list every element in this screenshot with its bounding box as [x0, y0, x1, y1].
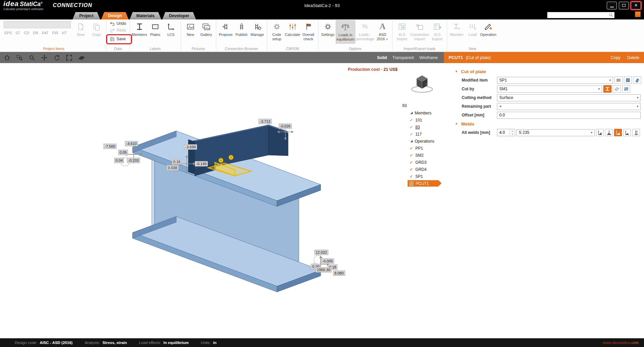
section-cut-of-plate[interactable]: ▼ Cut of plate — [444, 67, 644, 76]
close-button[interactable]: × — [631, 2, 641, 9]
search-box[interactable] — [547, 12, 614, 18]
checkbox-checked-icon[interactable]: ✓ — [410, 174, 413, 179]
cut-by-select[interactable]: SM1▼ — [497, 86, 602, 93]
tree-item-member-101[interactable]: ✓101 — [400, 116, 444, 123]
settings-button[interactable]: Settings — [320, 20, 336, 44]
checkbox-checked-icon[interactable]: ✓ — [410, 118, 413, 122]
new-operation-button[interactable]: Operation — [480, 20, 496, 44]
save-button[interactable]: Save — [108, 36, 128, 42]
search-input[interactable] — [549, 13, 609, 17]
remaining-part-select[interactable]: +▼ — [497, 103, 641, 110]
new-picture-button[interactable]: New — [183, 20, 198, 44]
xls-import-button[interactable]: XLS Import — [394, 20, 410, 44]
minimize-button[interactable] — [607, 2, 617, 9]
viewport-3d[interactable]: -3.713-0.026-7.560-4.6100.050.04-0.203-3… — [0, 63, 444, 338]
member-cut-icon-button[interactable] — [603, 85, 611, 93]
chip-dr[interactable]: DR — [33, 31, 38, 35]
members-labels-button[interactable]: Members — [132, 20, 147, 44]
propose-button[interactable]: Propose — [218, 20, 234, 44]
xls-export-button[interactable]: XLS Export — [429, 20, 445, 44]
new-member-button[interactable]: Member — [449, 20, 465, 44]
lcs-labels-button[interactable]: LCS — [163, 20, 179, 44]
code-setup-button[interactable]: Code setup — [269, 20, 285, 44]
tree-node-operations[interactable]: Operations — [400, 138, 444, 145]
loads-percentage-button[interactable]: % Loads - percentage — [355, 20, 375, 44]
tab-developer[interactable]: Developer — [162, 12, 196, 19]
tree-item-operation-grd4[interactable]: ✓GRD4 — [400, 166, 444, 173]
rotate-view-button[interactable] — [53, 54, 60, 61]
display-mode-wireframe[interactable]: Wireframe — [419, 55, 438, 60]
offset-input[interactable]: 0.0 — [497, 112, 641, 119]
loads-in-equilibrium-toggle[interactable]: Loads in equilibrium — [336, 20, 355, 44]
modified-item-select[interactable]: SP1▼ — [497, 77, 613, 84]
tree-item-member-117[interactable]: ✓117 — [400, 131, 444, 138]
steel-connection-model[interactable] — [0, 63, 444, 338]
website-link[interactable]: www.ideastatica.com — [603, 341, 639, 345]
expander-icon[interactable] — [410, 140, 413, 142]
cutting-method-select[interactable]: Surface▼ — [497, 94, 641, 101]
tree-root-item[interactable]: 93 — [400, 102, 444, 109]
collapse-triangle-icon[interactable]: ▼ — [455, 122, 458, 126]
pan-button[interactable] — [41, 54, 48, 61]
chip-fir[interactable]: FIR — [52, 31, 58, 35]
copy-project-item-button[interactable]: Copy — [89, 20, 104, 44]
spin-down-icon[interactable]: ▼ — [510, 133, 515, 136]
checkbox-checked-icon[interactable]: ✓ — [410, 153, 413, 158]
plate-side-icon-button[interactable] — [633, 77, 641, 84]
notification-badge[interactable] — [635, 11, 641, 17]
checkbox-checked-icon[interactable]: ✓ — [410, 146, 413, 151]
weld-type-both-sides-button[interactable] — [605, 129, 613, 136]
tree-item-operation-grd3[interactable]: ✓GRD3 — [400, 159, 444, 166]
navigation-cube[interactable]: 3 — [408, 72, 436, 95]
copy-operation-button[interactable]: Copy — [611, 55, 620, 60]
plate-front-icon-button[interactable] — [624, 77, 632, 84]
weld-material-select[interactable]: S 235▼ — [516, 129, 595, 136]
checkbox-checked-icon[interactable]: ✓ — [410, 132, 413, 137]
tree-item-operation-sm2[interactable]: ✓SM2 — [400, 152, 444, 159]
zoom-fit-button[interactable] — [65, 54, 73, 61]
tree-item-member-83[interactable]: ✓83 — [400, 123, 444, 131]
tree-node-members[interactable]: Members — [400, 109, 444, 116]
plates-labels-button[interactable]: Plates — [147, 20, 163, 44]
weld-type-bevel-button[interactable] — [623, 129, 631, 136]
project-item-combo[interactable] — [4, 21, 71, 28]
redo-button[interactable]: Redo — [108, 27, 128, 34]
plate-stack-icon-button[interactable] — [614, 77, 623, 84]
connection-import-button[interactable]: Connection Import — [410, 20, 429, 44]
display-mode-solid[interactable]: Solid — [377, 55, 387, 60]
chip-st[interactable]: ST — [15, 31, 20, 35]
publish-button[interactable]: Publish — [234, 20, 249, 44]
weld-size-spinner[interactable]: 4.0 ▲▼ — [497, 129, 515, 136]
checkbox-checked-icon[interactable]: ✓ — [410, 125, 413, 130]
cut-plate-icon-button[interactable] — [622, 85, 630, 93]
weld-type-butt-button[interactable] — [632, 129, 640, 136]
tree-item-operation-pcut1-selected[interactable]: ✓PCUT1 — [408, 180, 439, 187]
new-project-item-button[interactable]: New — [73, 20, 89, 44]
overall-check-button[interactable]: Overall check — [301, 20, 316, 44]
weld-type-selected-button[interactable] — [614, 129, 622, 136]
tree-item-operation-sp1[interactable]: ✓SP1 — [400, 173, 444, 180]
section-welds[interactable]: ▼ Welds — [444, 119, 644, 128]
zoom-window-button[interactable] — [16, 54, 23, 61]
chip-ht[interactable]: HT — [62, 31, 67, 35]
display-mode-transparent[interactable]: Transparent — [392, 55, 414, 60]
maximize-button[interactable] — [619, 2, 629, 9]
checkbox-checked-icon[interactable]: ✓ — [410, 167, 413, 172]
manage-button[interactable]: Manage — [249, 20, 265, 44]
tab-project[interactable]: Project — [73, 12, 100, 19]
zoom-button[interactable] — [28, 54, 36, 61]
tab-design[interactable]: Design — [101, 12, 129, 19]
spin-up-icon[interactable]: ▲ — [510, 129, 515, 133]
collapse-triangle-icon[interactable]: ▼ — [455, 70, 458, 73]
weld-type-fillet-button[interactable] — [596, 129, 604, 136]
clipping-plane-button[interactable] — [78, 54, 85, 61]
tab-materials[interactable]: Materials — [130, 12, 161, 19]
delete-operation-button[interactable]: Delete — [627, 55, 639, 60]
gallery-button[interactable]: Gallery — [198, 20, 214, 44]
undo-button[interactable]: Undo — [108, 20, 128, 27]
home-view-button[interactable] — [3, 54, 11, 61]
chip-eps[interactable]: EPS — [4, 31, 12, 35]
chip-cd[interactable]: CD — [24, 31, 29, 35]
workplane-icon-button[interactable] — [613, 85, 621, 93]
calculate-button[interactable]: Calculate — [285, 20, 301, 44]
